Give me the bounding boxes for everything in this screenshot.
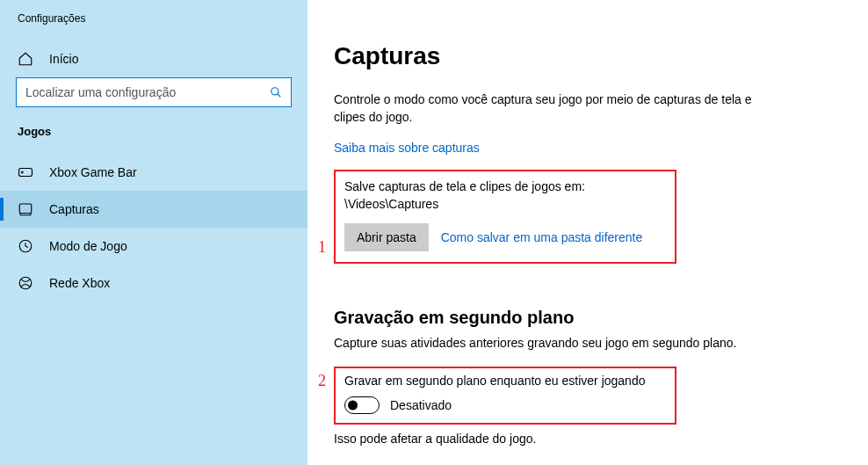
- bg-toggle-box: 2 Gravar em segundo plano enquanto eu es…: [334, 367, 676, 425]
- sidebar-category: Jogos: [0, 125, 307, 154]
- bg-toggle[interactable]: [344, 396, 380, 414]
- sidebar-home-label: Início: [49, 52, 78, 66]
- search-input[interactable]: [25, 85, 270, 99]
- sidebar-title: Configurações: [0, 0, 307, 42]
- search-icon: [270, 86, 282, 98]
- content: Capturas Controle o modo como você captu…: [307, 0, 868, 465]
- toggle-knob: [348, 400, 358, 410]
- learn-more-link[interactable]: Saiba mais sobre capturas: [334, 141, 480, 155]
- gamebar-icon: [18, 164, 33, 180]
- sidebar-item-rede-xbox[interactable]: Rede Xbox: [0, 265, 307, 302]
- save-label: Salve capturas de tela e clipes de jogos…: [344, 179, 585, 193]
- bg-note: Isso pode afetar a qualidade do jogo.: [334, 432, 833, 446]
- bg-toggle-row: Desativado: [344, 396, 666, 414]
- sidebar-item-xbox-game-bar[interactable]: Xbox Game Bar: [0, 154, 307, 191]
- bg-toggle-state: Desativado: [390, 398, 452, 412]
- capture-icon: [18, 201, 33, 217]
- open-folder-button[interactable]: Abrir pasta: [344, 223, 429, 251]
- bg-toggle-label: Gravar em segundo plano enquanto eu esti…: [344, 374, 666, 388]
- save-location-box: 1 Salve capturas de tela e clipes de jog…: [334, 170, 676, 264]
- sidebar-item-label: Rede Xbox: [49, 276, 110, 290]
- page-title: Capturas: [334, 42, 833, 70]
- sidebar-item-capturas[interactable]: Capturas: [0, 191, 307, 228]
- bg-desc: Capture suas atividades anteriores grava…: [334, 335, 756, 352]
- page-desc: Controle o modo como você captura seu jo…: [334, 91, 756, 126]
- bg-title: Gravação em segundo plano: [334, 308, 833, 328]
- search-box[interactable]: [16, 77, 292, 107]
- svg-rect-6: [20, 214, 31, 215]
- save-path: \Videos\Captures: [344, 197, 438, 211]
- annotation-1: 1: [318, 238, 326, 257]
- save-button-row: Abrir pasta Como salvar em uma pasta dif…: [344, 223, 666, 251]
- svg-line-1: [278, 94, 281, 98]
- sidebar-item-modo-de-jogo[interactable]: Modo de Jogo: [0, 228, 307, 265]
- how-save-link[interactable]: Como salvar em uma pasta diferente: [441, 230, 643, 244]
- sidebar-item-label: Modo de Jogo: [49, 239, 127, 253]
- svg-point-0: [271, 88, 278, 95]
- save-location-text: Salve capturas de tela e clipes de jogos…: [344, 178, 666, 213]
- annotation-2: 2: [318, 372, 326, 390]
- sidebar-item-label: Capturas: [49, 202, 99, 216]
- sidebar-item-label: Xbox Game Bar: [49, 165, 137, 179]
- search-wrap: [0, 77, 307, 125]
- home-icon: [18, 51, 33, 67]
- background-recording-section: Gravação em segundo plano Capture suas a…: [334, 308, 833, 446]
- sidebar-home[interactable]: Início: [0, 42, 307, 77]
- svg-rect-5: [19, 204, 32, 214]
- sidebar: Configurações Início Jogos Xbox Game Bar…: [0, 0, 307, 465]
- xbox-icon: [18, 275, 33, 291]
- gamemode-icon: [18, 238, 33, 254]
